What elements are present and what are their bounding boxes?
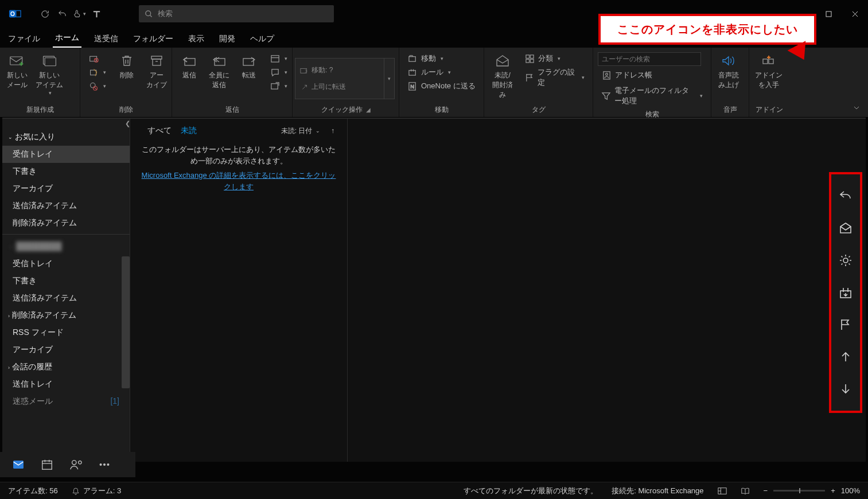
unread-button[interactable]: 未読/ 開封済み xyxy=(486,51,519,101)
acct-inbox[interactable]: 受信トレイ xyxy=(2,255,130,272)
fav-inbox[interactable]: 受信トレイ xyxy=(2,146,130,163)
fav-drafts[interactable]: 下書き xyxy=(2,163,130,180)
svg-rect-25 xyxy=(526,54,530,58)
rules-button[interactable]: ルール▾ xyxy=(404,66,479,79)
fav-archive[interactable]: アーカイブ xyxy=(2,180,130,197)
zoom-slider[interactable] xyxy=(773,490,825,492)
tab-sendreceive[interactable]: 送受信 xyxy=(92,30,120,48)
acct-deleted[interactable]: › 削除済みアイテム xyxy=(2,307,130,324)
ribbon: 新しい メール 新しい アイテム▾ 新規作成 ▾ ▾ 削除 アー カイブ xyxy=(0,48,868,118)
more-respond-button[interactable]: ▾ xyxy=(266,80,291,92)
exchange-detail-link[interactable]: Microsoft Exchange の詳細を表示するには、ここをクリックします xyxy=(130,167,347,196)
zoom-control[interactable]: − + 100% xyxy=(764,486,860,495)
new-mail-button[interactable]: 新しい メール xyxy=(2,51,32,91)
close-button[interactable] xyxy=(842,2,868,25)
search-icon xyxy=(145,10,153,18)
new-item-icon xyxy=(40,52,59,69)
meeting-button[interactable]: ▾ xyxy=(266,52,291,65)
more-icon xyxy=(270,81,280,91)
quick-steps-expand[interactable]: ▾ xyxy=(384,58,395,99)
acct-outbox[interactable]: 送信トレイ xyxy=(2,376,130,393)
forward-button[interactable]: 転送 xyxy=(234,51,264,81)
tab-view[interactable]: 表示 xyxy=(186,30,207,48)
list-tab-all[interactable]: すべて xyxy=(143,123,176,138)
nav-people-icon[interactable] xyxy=(68,457,84,473)
zoom-in[interactable]: + xyxy=(831,486,835,495)
nav-more-icon[interactable] xyxy=(96,457,112,473)
view-reading-icon[interactable] xyxy=(741,487,750,495)
tab-folder[interactable]: フォルダー xyxy=(131,30,176,48)
vtb-sun-icon[interactable] xyxy=(835,250,856,271)
vtb-flag-icon[interactable] xyxy=(835,314,856,335)
move-button[interactable]: 移動▾ xyxy=(404,52,479,65)
cleanup-button[interactable]: ▾ xyxy=(85,66,110,79)
move-icon xyxy=(407,53,418,64)
quick-step-move[interactable]: 移動: ? xyxy=(300,65,379,75)
nav-mail-icon[interactable] xyxy=(10,457,26,473)
tab-file[interactable]: ファイル xyxy=(6,30,42,48)
svg-rect-27 xyxy=(526,59,530,63)
acct-rss[interactable]: RSS フィード xyxy=(2,324,130,341)
archive-icon xyxy=(147,52,166,69)
search-input[interactable]: 検索 xyxy=(139,5,334,22)
meeting-icon xyxy=(270,53,280,64)
reply-all-button[interactable]: 全員に 返信 xyxy=(204,51,234,91)
maximize-button[interactable] xyxy=(815,2,842,25)
im-button[interactable]: ▾ xyxy=(266,66,291,79)
vtb-reply-icon[interactable] xyxy=(835,186,856,206)
new-item-button[interactable]: 新しい アイテム▾ xyxy=(32,51,67,97)
view-normal-icon[interactable] xyxy=(718,487,727,495)
vtb-archive-icon[interactable] xyxy=(835,282,856,303)
svg-rect-36 xyxy=(42,461,52,470)
tab-home[interactable]: ホーム xyxy=(53,29,81,48)
tab-developer[interactable]: 開発 xyxy=(217,30,238,48)
svg-rect-18 xyxy=(271,55,278,61)
list-tab-unread[interactable]: 未読 xyxy=(176,123,201,138)
ribbon-collapse-icon[interactable] xyxy=(848,102,865,114)
collapse-nav-icon[interactable]: ❮ xyxy=(122,119,130,128)
forward-icon xyxy=(240,52,258,69)
undo-icon[interactable] xyxy=(54,6,70,22)
acct-archive[interactable]: アーカイブ xyxy=(2,341,130,358)
junk-button[interactable]: ▾ xyxy=(85,80,110,92)
flag-button[interactable]: フラグの設定▾ xyxy=(521,66,588,89)
acct-conversation[interactable]: › 会話の履歴 xyxy=(2,358,130,376)
get-addins-button[interactable]: アドイン を入手 xyxy=(752,51,786,91)
acct-junk[interactable]: 迷惑メール[1] xyxy=(2,393,130,410)
read-aloud-button[interactable]: 音声読 み上げ xyxy=(714,51,744,91)
svg-point-30 xyxy=(605,73,608,75)
zoom-out[interactable]: − xyxy=(764,486,768,495)
find-contact-input[interactable] xyxy=(598,52,701,66)
status-alarm[interactable]: アラーム: 3 xyxy=(72,486,121,496)
quick-step-boss[interactable]: 上司に転送 xyxy=(300,82,379,92)
acct-sent[interactable]: 送信済みアイテム xyxy=(2,290,130,307)
quick-steps-box[interactable]: 移動: ? 上司に転送 xyxy=(295,58,384,99)
sync-icon[interactable] xyxy=(37,6,53,22)
onenote-button[interactable]: NOneNote に送る xyxy=(404,80,479,92)
archive-button[interactable]: アー カイブ xyxy=(142,51,172,91)
nav-scrollbar[interactable] xyxy=(122,256,130,388)
ignore-button[interactable] xyxy=(85,52,110,65)
vtb-up-icon[interactable] xyxy=(835,346,856,367)
dialog-launcher-icon[interactable]: ◢ xyxy=(366,107,371,113)
group-quick: クイック操作◢ xyxy=(293,104,399,117)
reply-button[interactable]: 返信 xyxy=(174,51,204,81)
main-area: ❮ ⌄お気に入り 受信トレイ 下書き アーカイブ 送信済みアイテム 削除済みアイ… xyxy=(2,118,866,462)
qat-customize-icon[interactable] xyxy=(88,6,104,22)
acct-drafts[interactable]: 下書き xyxy=(2,272,130,290)
delete-button[interactable]: 削除 xyxy=(112,51,142,81)
categorize-button[interactable]: 分類▾ xyxy=(521,52,588,65)
fav-deleted[interactable]: 削除済みアイテム xyxy=(2,215,130,232)
filter-email-button[interactable]: 電子メールのフィルター処理▾ xyxy=(598,84,706,107)
touch-mode-icon[interactable]: ▾ xyxy=(71,6,87,22)
svg-rect-8 xyxy=(89,56,96,61)
list-filter[interactable]: 未読: 日付⌄ ↑ xyxy=(281,126,334,136)
fav-sent[interactable]: 送信済みアイテム xyxy=(2,197,130,215)
vtb-envelope-icon[interactable] xyxy=(835,218,856,239)
favorites-header[interactable]: ⌄お気に入り xyxy=(2,128,130,146)
tab-help[interactable]: ヘルプ xyxy=(248,30,277,48)
account-header[interactable]: ⌄████████ xyxy=(2,237,130,255)
vtb-down-icon[interactable] xyxy=(835,379,856,399)
address-book-button[interactable]: アドレス帳 xyxy=(598,69,706,81)
nav-calendar-icon[interactable] xyxy=(39,457,55,473)
